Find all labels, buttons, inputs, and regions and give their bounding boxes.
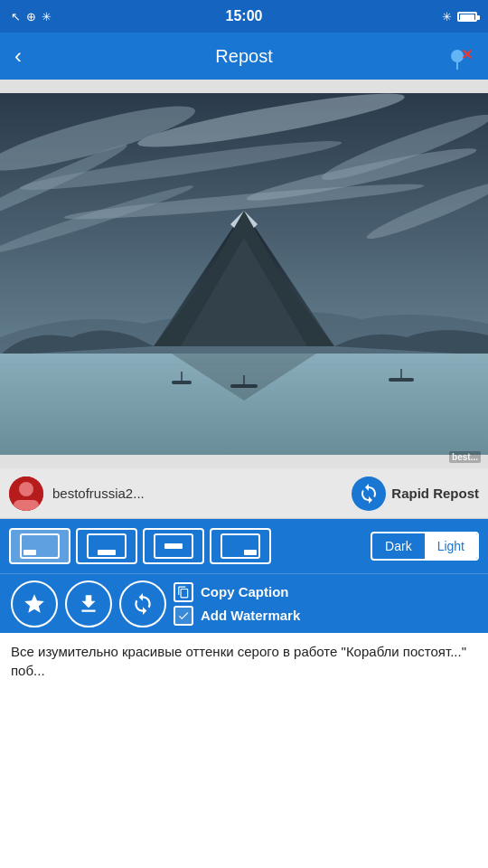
repost-action-button[interactable] bbox=[119, 580, 166, 627]
light-toggle-button[interactable]: Light bbox=[425, 533, 477, 559]
position-bottom-right-button[interactable] bbox=[210, 528, 271, 564]
copy-caption-option[interactable]: Copy Caption bbox=[174, 582, 477, 602]
caption-text: Все изумительно красивые оттенки серого … bbox=[11, 644, 466, 678]
svg-rect-22 bbox=[14, 500, 39, 511]
source-bar: bestofrussia2... Rapid Repost bbox=[0, 468, 488, 519]
source-username: bestofrussia2... bbox=[52, 486, 343, 501]
pin-icon-area[interactable]: ✕ bbox=[441, 40, 474, 72]
add-watermark-label: Add Watermark bbox=[201, 608, 300, 623]
avatar-image bbox=[9, 476, 43, 511]
status-bar: ↖ ⊕ ✳ 15:00 ✳ bbox=[0, 0, 488, 33]
watermark-text: best... bbox=[449, 451, 481, 463]
status-bar-left: ↖ ⊕ ✳ bbox=[11, 10, 52, 24]
position-bottom-center-button[interactable] bbox=[76, 528, 137, 564]
copy-caption-icon bbox=[174, 582, 193, 602]
dark-toggle-button[interactable]: Dark bbox=[372, 533, 425, 559]
avatar bbox=[9, 476, 43, 511]
sim-icon: ⊕ bbox=[26, 10, 36, 24]
position-center-button[interactable] bbox=[143, 528, 204, 564]
watermark-checkbox-icon bbox=[174, 606, 193, 626]
svg-rect-14 bbox=[172, 381, 192, 384]
page-title: Repost bbox=[215, 46, 272, 67]
favorite-button[interactable] bbox=[11, 580, 58, 627]
landscape-svg bbox=[0, 80, 488, 468]
position-bottom-left-button[interactable] bbox=[9, 528, 70, 564]
back-button[interactable]: ‹ bbox=[14, 45, 22, 67]
arrow-icon: ↖ bbox=[11, 10, 21, 24]
main-image: best... bbox=[0, 80, 488, 468]
caption-area: Все изумительно красивые оттенки серого … bbox=[0, 633, 488, 689]
status-bar-right: ✳ bbox=[442, 10, 477, 24]
app-bar: ‹ Repost ✕ bbox=[0, 33, 488, 80]
download-button[interactable] bbox=[65, 580, 112, 627]
add-watermark-option[interactable]: Add Watermark bbox=[174, 606, 477, 626]
battery-icon bbox=[457, 12, 477, 22]
svg-point-21 bbox=[19, 482, 33, 496]
bluetooth-icon: ✳ bbox=[442, 10, 452, 24]
svg-rect-16 bbox=[389, 378, 414, 382]
dark-light-toggle[interactable]: Dark Light bbox=[371, 532, 479, 561]
close-icon: ✕ bbox=[461, 46, 473, 63]
action-bar: Copy Caption Add Watermark bbox=[0, 573, 488, 633]
position-bar: Dark Light bbox=[0, 519, 488, 573]
svg-rect-15 bbox=[230, 384, 258, 388]
repost-circle-icon bbox=[352, 476, 386, 511]
copy-caption-label: Copy Caption bbox=[201, 584, 289, 599]
action-options: Copy Caption Add Watermark bbox=[174, 582, 477, 626]
repost-icon-area[interactable]: Rapid Repost bbox=[352, 476, 479, 511]
status-time: 15:00 bbox=[226, 8, 263, 24]
flash-icon: ✳ bbox=[42, 10, 52, 24]
repost-label: Rapid Repost bbox=[391, 486, 479, 501]
